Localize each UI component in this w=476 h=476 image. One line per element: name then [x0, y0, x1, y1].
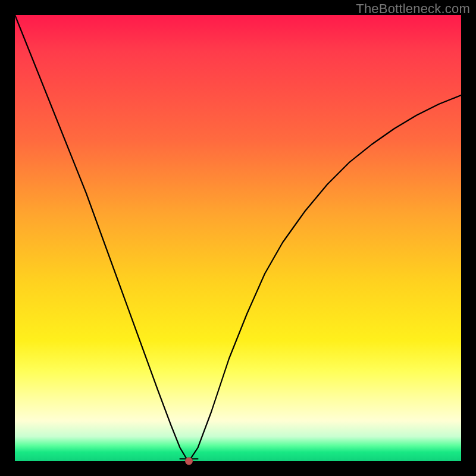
bottleneck-curve [15, 15, 461, 461]
chart-frame: TheBottleneck.com [0, 0, 476, 476]
minimum-point-dot [185, 458, 193, 465]
plot-area [15, 15, 461, 461]
curve-left-branch [15, 15, 189, 461]
curve-right-branch [189, 95, 462, 461]
